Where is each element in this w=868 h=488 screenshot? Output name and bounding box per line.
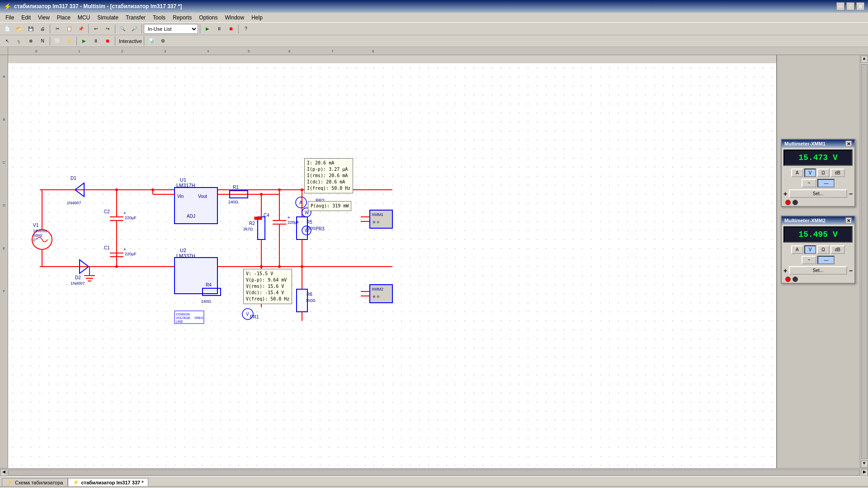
xmm2-plus[interactable]: + [783, 267, 787, 274]
scroll-right-btn[interactable]: ▶ [861, 469, 868, 476]
menu-help[interactable]: Help [248, 14, 266, 22]
xmm1-ohm-button[interactable]: Ω [817, 169, 829, 177]
svg-text:8: 8 [372, 49, 374, 53]
stop-simulation[interactable]: ⏹ [226, 24, 236, 34]
tab-stabilizator[interactable]: ⚡ стабилизатор lm317 337 * [68, 478, 148, 486]
svg-point-138 [278, 188, 281, 191]
menu-window[interactable]: Window [222, 14, 248, 22]
schematic-canvas[interactable]: V1 18Vrms 50Hz 0° D1 1N4007 [8, 63, 776, 468]
scroll-left-btn[interactable]: ◀ [0, 469, 7, 476]
menu-tools[interactable]: Tools [149, 14, 169, 22]
sep9 [115, 37, 115, 46]
svg-text:220µF: 220µF [125, 216, 137, 220]
help-button[interactable]: ? [241, 24, 251, 34]
menu-edit[interactable]: Edit [18, 14, 34, 22]
tab-schema-icon: ⚡ [7, 479, 13, 485]
sep3 [115, 24, 115, 33]
open-button[interactable]: 📂 [14, 24, 24, 34]
pause-simulation[interactable]: ⏸ [214, 24, 225, 34]
scroll-up-btn[interactable]: ▲ [861, 56, 868, 63]
menu-reports[interactable]: Reports [169, 14, 195, 22]
xmm1-pos-terminal [785, 200, 791, 205]
maximize-button[interactable]: □ [846, 2, 854, 10]
stop-btn[interactable]: ⏹ [102, 36, 113, 46]
svg-text:2: 2 [121, 49, 123, 53]
scroll-down-btn[interactable]: ▼ [861, 460, 868, 468]
svg-text:240Ω: 240Ω [228, 200, 238, 204]
scroll-thumb[interactable] [861, 64, 868, 459]
copy-button[interactable]: 📋 [64, 24, 75, 34]
redo-button[interactable]: ↪ [102, 24, 113, 34]
svg-text:+: + [123, 247, 126, 252]
component-tool[interactable]: ⬜ [52, 36, 63, 46]
xmm2-set-button[interactable]: Set... [789, 266, 847, 275]
xmm2-ac-button[interactable]: ~ [802, 256, 817, 264]
xmm1-dc-button[interactable]: — [817, 179, 835, 188]
menu-simulate[interactable]: Simulate [94, 14, 122, 22]
svg-point-137 [260, 265, 263, 268]
zoom-out-button[interactable]: 🔎 [129, 24, 140, 34]
menu-file[interactable]: File [2, 14, 18, 22]
xmm2-db-button[interactable]: dB [830, 245, 845, 254]
new-button[interactable]: 📄 [2, 24, 13, 34]
xmm1-minus[interactable]: − [849, 190, 853, 197]
settings-btn[interactable]: ⚙ [158, 36, 169, 46]
play-btn[interactable]: ▶ [79, 36, 90, 46]
bottom-scrollbar[interactable]: ◀ ▶ [0, 468, 868, 476]
menu-view[interactable]: View [34, 14, 53, 22]
paste-button[interactable]: 📌 [75, 24, 86, 34]
minimize-button[interactable]: — [836, 2, 844, 10]
undo-button[interactable]: ↩ [90, 24, 101, 34]
right-scrollbar[interactable]: ▲ ▼ [860, 55, 868, 468]
power-tool[interactable]: ⚡ [64, 36, 75, 46]
svg-rect-55 [175, 188, 217, 224]
svg-text:0: 0 [35, 49, 38, 53]
zoom-in-button[interactable]: 🔍 [117, 24, 128, 34]
in-use-list[interactable]: In-Use List [144, 24, 198, 34]
titlebar-controls[interactable]: — □ ✕ [836, 2, 864, 10]
xmm2-ohm-button[interactable]: Ω [817, 245, 829, 254]
svg-text:D2: D2 [75, 275, 81, 280]
pointer-tool[interactable]: ↖ [2, 36, 13, 46]
xmm1-volt-button[interactable]: V [804, 169, 816, 177]
xmm2-terminals [782, 276, 854, 283]
menu-transfer[interactable]: Transfer [122, 14, 149, 22]
svg-text:C2: C2 [104, 209, 110, 214]
svg-text:5: 5 [248, 49, 250, 53]
tooltip-v: V: -15.5 V [246, 271, 289, 277]
xmm2-close-button[interactable]: ✕ [845, 217, 852, 224]
xmm2-amp-button[interactable]: A [791, 245, 803, 254]
grapher-btn[interactable]: 📊 [146, 36, 157, 46]
xmm1-set-button[interactable]: Set... [789, 189, 847, 198]
xmm2-titlebar: Multimeter-XMM2 ✕ [782, 216, 854, 225]
save-button[interactable]: 💾 [25, 24, 36, 34]
svg-text:3: 3 [164, 49, 166, 53]
svg-text:+: + [288, 215, 290, 220]
xmm2-volt-button[interactable]: V [804, 245, 816, 254]
xmm1-plus[interactable]: + [783, 190, 787, 197]
svg-text:LM317H: LM317H [176, 183, 195, 188]
tab-schema[interactable]: ⚡ Схема табилизатора [2, 478, 68, 486]
menu-place[interactable]: Place [53, 14, 74, 22]
xmm1-amp-button[interactable]: A [791, 169, 803, 177]
junction-tool[interactable]: ⊕ [25, 36, 36, 46]
menu-mcu[interactable]: MCU [74, 14, 94, 22]
app-icon: ⚡ [4, 3, 11, 10]
xmm1-close-button[interactable]: ✕ [845, 141, 852, 147]
xmm1-ac-button[interactable]: ~ [802, 179, 817, 188]
xmm2-mode-buttons: A V Ω dB [782, 244, 854, 255]
pause-btn[interactable]: ⏸ [90, 36, 101, 46]
svg-text:0°: 0° [33, 238, 37, 242]
run-simulation[interactable]: ▶ [202, 24, 213, 34]
xmm2-minus[interactable]: − [849, 267, 853, 274]
net-name-tool[interactable]: N [37, 36, 48, 46]
close-button[interactable]: ✕ [856, 2, 864, 10]
wire-tool[interactable]: ┐ [14, 36, 24, 46]
h-scroll-thumb[interactable] [8, 469, 860, 476]
xmm1-db-button[interactable]: dB [830, 169, 845, 177]
titlebar-left: ⚡ стабилизатор lm317 337 - Multisim - [с… [4, 3, 182, 10]
xmm2-dc-button[interactable]: — [817, 256, 835, 264]
print-button[interactable]: 🖨 [37, 24, 48, 34]
cut-button[interactable]: ✂ [52, 24, 63, 34]
menu-options[interactable]: Options [195, 14, 221, 22]
